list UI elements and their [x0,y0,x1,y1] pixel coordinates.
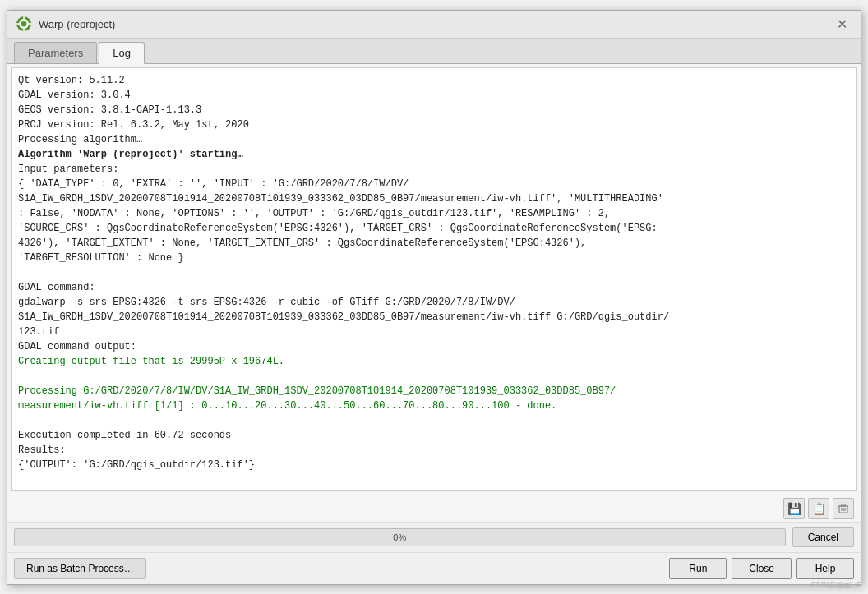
log-line: 4326'), 'TARGET_EXTENT' : None, 'TARGET_… [18,236,850,251]
log-line: Input parameters: [18,162,850,177]
progress-row: 0% Cancel [7,522,861,552]
log-output: Qt version: 5.11.2GDAL version: 3.0.4GEO… [11,67,857,491]
log-line: Processing algorithm… [18,132,850,147]
title-bar: Warp (reproject) ✕ [7,11,861,39]
progress-bar: 0% [14,528,786,546]
log-line: 123.tif [18,325,850,339]
log-line: Loading resulting layers [18,487,850,491]
log-line: Execution completed in 60.72 seconds [18,428,850,443]
main-window: Warp (reproject) ✕ Parameters Log Qt ver… [7,10,861,585]
log-line: GEOS version: 3.8.1-CAPI-1.13.3 [18,103,850,117]
log-line: measurement/iw-vh.tiff [1/1] : 0...10...… [18,398,850,413]
app-logo [16,16,32,32]
clear-icon [838,503,849,514]
log-line: Processing G:/GRD/2020/7/8/IW/DV/S1A_IW_… [18,384,850,398]
log-line: { 'DATA_TYPE' : 0, 'EXTRA' : '', 'INPUT'… [18,177,850,191]
log-line: PROJ version: Rel. 6.3.2, May 1st, 2020 [18,117,850,132]
log-line: GDAL command: [18,280,850,295]
log-toolbar: 💾 📋 [7,495,861,522]
log-line: 'SOURCE_CRS' : QgsCoordinateReferenceSys… [18,221,850,236]
log-line: 'TARGET_RESOLUTION' : None } [18,251,850,265]
log-line [18,472,850,487]
log-line [18,413,850,428]
svg-point-2 [21,21,27,27]
log-line: S1A_IW_GRDH_1SDV_20200708T101914_2020070… [18,191,850,206]
log-line: Qt version: 5.11.2 [18,73,850,88]
log-line: : False, 'NODATA' : None, 'OPTIONS' : ''… [18,206,850,221]
tab-log[interactable]: Log [99,42,145,64]
svg-rect-12 [842,504,846,506]
log-line: Algorithm 'Warp (reproject)' starting… [18,147,850,162]
tab-bar: Parameters Log [7,39,861,64]
log-line: {'OUTPUT': 'G:/GRD/qgis_outdir/123.tif'} [18,458,850,472]
log-line: GDAL version: 3.0.4 [18,88,850,103]
bottom-bar: Run as Batch Process… Run Close Help [7,552,861,584]
log-line [18,369,850,384]
log-line: Results: [18,443,850,458]
clear-log-button[interactable] [833,498,854,519]
log-line: Creating output file that is 29995P x 19… [18,354,850,369]
close-window-button[interactable]: ✕ [832,15,852,34]
close-button[interactable]: Close [732,558,792,579]
log-line: S1A_IW_GRDH_1SDV_20200708T101914_2020070… [18,310,850,325]
save-log-button[interactable]: 💾 [783,498,805,519]
progress-label: 0% [393,532,406,542]
help-button[interactable]: Help [796,558,854,579]
cancel-button[interactable]: Cancel [792,527,854,547]
log-line [18,265,850,280]
copy-log-button[interactable]: 📋 [808,498,829,519]
log-line: GDAL command output: [18,339,850,354]
batch-process-button[interactable]: Run as Batch Process… [14,558,146,579]
window-title: Warp (reproject) [39,18,115,30]
tab-parameters[interactable]: Parameters [14,42,97,63]
log-line: gdalwarp -s_srs EPSG:4326 -t_srs EPSG:43… [18,295,850,310]
title-bar-left: Warp (reproject) [16,16,115,32]
watermark: CSDI实验室LIF [810,580,861,591]
run-button[interactable]: Run [669,558,727,579]
